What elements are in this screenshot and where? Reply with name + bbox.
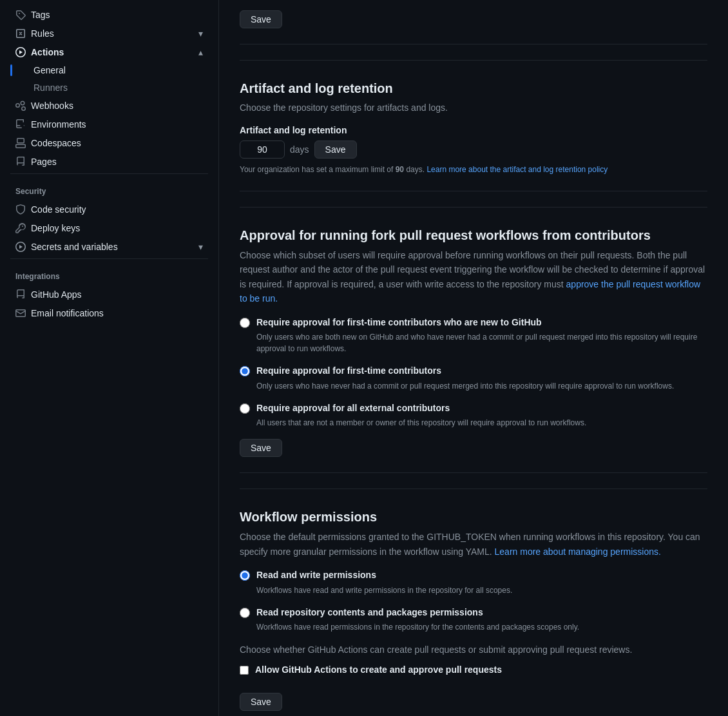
artifact-section: Artifact and log retention Choose the re… [240,60,707,175]
approval-radio-new-github[interactable] [240,318,250,328]
sidebar-item-email-notifications-label: Email notifications [31,308,104,318]
active-indicator [10,64,12,76]
workflow-pr-checkbox[interactable] [240,666,249,675]
tag-icon [15,10,26,20]
approval-option-new-github-label: Require approval for first-time contribu… [256,316,707,329]
sidebar: Tags Rules ▾ Actions ▴ General Runners [0,0,219,716]
environment-icon [15,119,26,130]
workflow-option-read-only: Read repository contents and packages pe… [240,606,707,634]
workflow-option-read-write-desc: Workflows have read and write permission… [256,585,512,596]
sidebar-item-github-apps-label: GitHub Apps [31,289,82,300]
approval-option-first-time-label: Require approval for first-time contribu… [256,365,674,378]
key-icon [15,223,26,233]
sidebar-item-github-apps[interactable]: GitHub Apps [5,285,213,304]
approval-option-new-github: Require approval for first-time contribu… [240,316,707,355]
artifact-info-days: 90 [396,165,404,174]
sidebar-divider2 [10,258,208,259]
pages-icon [15,157,26,167]
artifact-unit-label: days [290,144,309,155]
sidebar-item-secrets-label: Secrets and variables [31,242,118,252]
approval-radio-group: Require approval for first-time contribu… [240,316,707,429]
approval-option-all-external-label: Require approval for all external contri… [256,402,586,415]
workflow-option-read-write-label: Read and write permissions [256,569,512,582]
sidebar-sub-runners-label: Runners [34,82,68,93]
sidebar-item-rules[interactable]: Rules ▾ [5,24,213,43]
artifact-field-label: Artifact and log retention [240,125,707,135]
workflow-pr-checkbox-label: Allow GitHub Actions to create and appro… [255,664,502,675]
artifact-days-input[interactable] [240,140,285,159]
workflow-save-button[interactable]: Save [240,693,282,711]
section-divider-1 [240,44,707,44]
workflow-pr-desc: Choose whether GitHub Actions can create… [240,643,707,657]
codespaces-icon [15,138,26,148]
sidebar-sub-item-general[interactable]: General [5,62,213,79]
top-save-area: Save [240,0,707,28]
workflow-section: Workflow permissions Choose the default … [240,489,707,711]
sidebar-item-deploy-keys-label: Deploy keys [31,223,80,233]
sidebar-item-actions[interactable]: Actions ▴ [5,43,213,61]
approval-option-new-github-desc: Only users who are both new on GitHub an… [256,331,707,354]
workflow-section-desc: Choose the default permissions granted t… [240,530,707,559]
security-section-label: Security [0,177,218,200]
sidebar-item-environments-label: Environments [31,119,86,130]
sidebar-item-tags[interactable]: Tags [5,6,213,24]
approval-option-all-external: Require approval for all external contri… [240,402,707,429]
sidebar-item-code-security-label: Code security [31,204,86,215]
sidebar-item-webhooks[interactable]: Webhooks [5,97,213,115]
sidebar-sub-item-runners[interactable]: Runners [5,79,213,96]
approval-save-button[interactable]: Save [240,439,282,457]
sidebar-item-actions-label: Actions [31,47,64,57]
shield-icon [15,204,26,215]
workflow-section-title: Workflow permissions [240,510,707,525]
star-icon [15,242,26,252]
sidebar-item-code-security[interactable]: Code security [5,200,213,218]
workflow-radio-read-only[interactable] [240,608,250,618]
rules-chevron-icon: ▾ [198,28,203,39]
artifact-save-button[interactable]: Save [314,140,357,159]
approval-option-all-external-desc: All users that are not a member or owner… [256,417,586,429]
approval-section-title: Approval for running fork pull request w… [240,228,707,243]
artifact-info-days-suffix: days. [406,165,426,174]
approval-section: Approval for running fork pull request w… [240,207,707,457]
actions-chevron-icon: ▴ [198,47,203,57]
sidebar-item-codespaces[interactable]: Codespaces [5,134,213,152]
integrations-section-label: Integrations [0,262,218,285]
sidebar-divider1 [10,173,208,174]
sidebar-item-secrets-variables[interactable]: Secrets and variables ▾ [5,238,213,256]
sidebar-item-pages-label: Pages [31,157,57,167]
workflow-option-read-only-desc: Workflows have read permissions in the r… [256,621,579,633]
sidebar-sub-general-label: General [34,65,66,75]
artifact-input-row: days Save [240,140,707,159]
approval-radio-all-external[interactable] [240,403,250,414]
artifact-info-link[interactable]: Learn more about the artifact and log re… [426,165,608,174]
approval-option-first-time: Require approval for first-time contribu… [240,365,707,392]
approval-section-desc: Choose which subset of users will requir… [240,248,707,306]
artifact-section-desc: Choose the repository settings for artif… [240,101,707,115]
section-divider-3 [240,472,707,473]
workflow-pr-checkbox-item: Allow GitHub Actions to create and appro… [240,664,707,675]
sidebar-item-environments[interactable]: Environments [5,115,213,133]
main-content: Save Artifact and log retention Choose t… [219,0,728,716]
workflow-desc-link[interactable]: Learn more about managing permissions. [495,547,661,557]
sidebar-item-email-notifications[interactable]: Email notifications [5,304,213,322]
workflow-option-read-write: Read and write permissions Workflows hav… [240,569,707,596]
actions-icon [15,47,26,57]
rules-icon [15,28,26,39]
secrets-chevron-icon: ▾ [198,242,203,252]
artifact-info-prefix: Your organization has set a maximum limi… [240,165,393,174]
top-save-button[interactable]: Save [240,10,282,28]
approval-option-first-time-desc: Only users who have never had a commit o… [256,380,674,392]
sidebar-item-rules-label: Rules [31,28,54,39]
artifact-section-title: Artifact and log retention [240,81,707,96]
sidebar-item-webhooks-label: Webhooks [31,101,73,111]
sidebar-item-pages[interactable]: Pages [5,153,213,171]
workflow-radio-read-write[interactable] [240,570,250,581]
workflow-radio-group: Read and write permissions Workflows hav… [240,569,707,633]
apps-icon [15,289,26,300]
sidebar-item-codespaces-label: Codespaces [31,138,81,148]
approval-radio-first-time[interactable] [240,366,250,376]
artifact-info-text: Your organization has set a maximum limi… [240,164,707,175]
workflow-option-read-only-label: Read repository contents and packages pe… [256,606,579,619]
webhook-icon [15,101,26,111]
sidebar-item-deploy-keys[interactable]: Deploy keys [5,219,213,237]
